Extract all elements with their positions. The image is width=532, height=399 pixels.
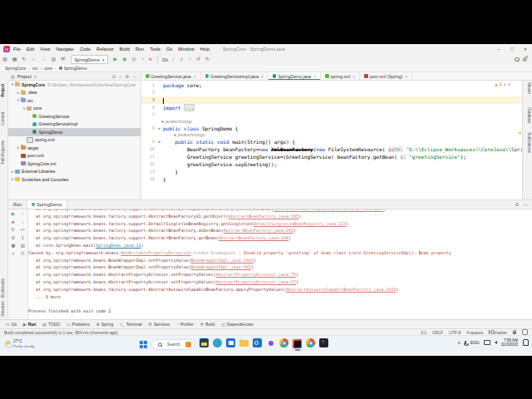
code-line[interactable]: 9▶ public static void main(String[] args… bbox=[141, 138, 522, 145]
code-line[interactable]: 13 } bbox=[141, 168, 522, 175]
stop-icon[interactable]: ■ bbox=[146, 54, 155, 65]
search-everywhere-icon[interactable] bbox=[515, 57, 519, 62]
stack-trace-link[interactable]: AbstractPropertyAccessor.java:57 bbox=[216, 279, 296, 284]
rerun-icon[interactable]: ▶ bbox=[12, 211, 15, 216]
commit-icon[interactable]: ✓ bbox=[177, 54, 186, 65]
toolwindow-terminal[interactable]: >_Terminal bbox=[120, 322, 141, 327]
stripe-tab-commit[interactable]: Commit bbox=[1, 112, 5, 126]
menu-tools[interactable]: Tools bbox=[150, 47, 160, 52]
code-line[interactable]: 8▶public class SpringDemo { bbox=[141, 125, 522, 132]
browser-icon[interactable] bbox=[305, 338, 316, 350]
notification-center-icon[interactable] bbox=[523, 339, 529, 346]
tree-row-springcore[interactable]: ▾SpringCore D:\Eclipse_Workspaces\CoreJa… bbox=[8, 81, 140, 89]
tree-row-greetingservice[interactable]: GreetingService bbox=[8, 112, 140, 121]
toolwindow-build[interactable]: ⚒Build bbox=[200, 322, 214, 327]
file-encoding[interactable]: UTF-8 bbox=[449, 330, 461, 335]
tree-row-core[interactable]: ▾core bbox=[8, 105, 140, 113]
code-line[interactable]: 14} bbox=[141, 175, 522, 183]
code-line[interactable]: 10 BeanFactory beanFactory=new XmlBeanFa… bbox=[141, 145, 522, 153]
forward-icon[interactable]: → bbox=[38, 54, 48, 65]
stack-trace-link[interactable]: AbstractBeanFactory.java:295 bbox=[229, 214, 298, 219]
code-editor[interactable]: 1 ∧ ∨ 1package core;234import ...7javate… bbox=[141, 81, 522, 200]
run-configuration-select[interactable]: SpringDemo ▾ bbox=[71, 55, 107, 64]
stripe-tab-maven[interactable]: Maven bbox=[527, 82, 531, 94]
toolwindow-run[interactable]: ▶Run bbox=[23, 322, 36, 327]
open-icon[interactable]: ▨ bbox=[0, 54, 10, 65]
keyboard-icon[interactable] bbox=[484, 340, 490, 346]
close-icon[interactable]: × bbox=[12, 251, 14, 256]
code-line[interactable]: 2 bbox=[141, 89, 522, 96]
hammer-icon[interactable]: ⚒ bbox=[58, 54, 67, 65]
collapse-all-icon[interactable]: − bbox=[119, 74, 121, 79]
menu-run[interactable]: Run bbox=[135, 47, 144, 52]
clock-widget[interactable]: 7:56 AM 11/3/2023 bbox=[501, 338, 518, 347]
menu-refactor[interactable]: Refactor bbox=[96, 47, 114, 52]
toolwindow-spring[interactable]: ❋Spring bbox=[96, 322, 113, 327]
tab-close-icon[interactable]: × bbox=[352, 74, 355, 79]
menu-window[interactable]: Window bbox=[178, 47, 195, 52]
hide-panel-icon[interactable]: — bbox=[524, 202, 529, 207]
run-tab[interactable]: SpringDemo bbox=[27, 200, 67, 209]
stripe-tab-database[interactable]: Database bbox=[527, 107, 531, 124]
vscode-icon[interactable] bbox=[318, 338, 329, 350]
tree-row--idea[interactable]: ▸.idea bbox=[8, 89, 140, 97]
tree-row-scratches-and-consoles[interactable]: ▸Scratches and Consoles bbox=[8, 175, 140, 184]
close-button[interactable]: × bbox=[519, 44, 532, 54]
stack-trace-link[interactable]: NotWritablePropertyException bbox=[121, 250, 190, 255]
save-all-icon[interactable]: ▦ bbox=[10, 54, 20, 65]
indent-setting[interactable]: 4 spaces bbox=[466, 330, 483, 335]
edge-icon[interactable] bbox=[212, 338, 223, 350]
microphone-icon[interactable] bbox=[465, 341, 466, 344]
settings-gear-icon[interactable]: ⚙ bbox=[522, 57, 527, 63]
taskbar-search[interactable]: Search bbox=[151, 339, 195, 350]
toolwindow-services[interactable]: ⚙Services bbox=[149, 322, 170, 327]
tab-close-icon[interactable]: × bbox=[313, 74, 316, 79]
language-indicator[interactable]: ENG bbox=[470, 340, 480, 345]
editor-tab-spring-xml[interactable]: spring.xml× bbox=[321, 72, 360, 80]
stop-icon[interactable]: ■ bbox=[12, 219, 14, 224]
project-panel-title[interactable]: Project bbox=[17, 74, 32, 79]
code-line[interactable]: 1package core; bbox=[141, 81, 522, 89]
profiler-icon[interactable]: ◔ bbox=[139, 54, 147, 65]
down-stack-icon[interactable]: ↓ bbox=[22, 219, 24, 224]
tab-close-icon[interactable]: × bbox=[261, 74, 264, 79]
coverage-icon[interactable]: ◎ bbox=[129, 54, 138, 65]
print-icon[interactable]: ▤ bbox=[21, 243, 25, 248]
intellij-idea-icon[interactable] bbox=[292, 338, 303, 351]
menu-git[interactable]: Git bbox=[166, 47, 172, 52]
tab-close-icon[interactable]: × bbox=[405, 74, 407, 79]
menu-build[interactable]: Build bbox=[120, 47, 130, 52]
stripe-tab-pull-requests[interactable]: Pull Requests bbox=[1, 140, 5, 164]
stripe-tab-structure[interactable]: Structure bbox=[1, 301, 5, 317]
run-icon[interactable]: ▶ bbox=[111, 54, 121, 65]
tray-chevron-icon[interactable]: ∧ bbox=[457, 340, 461, 345]
hide-panel-icon[interactable]: — bbox=[133, 74, 138, 79]
menu-help[interactable]: Help bbox=[200, 47, 209, 52]
menu-edit[interactable]: Edit bbox=[27, 47, 34, 52]
update-project-icon[interactable]: ↓ bbox=[170, 54, 177, 65]
code-line[interactable]: 11 GreetingService greetingService=(Gree… bbox=[141, 153, 522, 160]
stripe-tab-bookmarks[interactable]: Bookmarks bbox=[1, 278, 5, 298]
settings-icon[interactable]: ⚙ bbox=[11, 235, 15, 240]
create-breakpoint-hint[interactable]: Create breakpoint bbox=[191, 250, 239, 255]
module-icon[interactable]: ▥ bbox=[48, 54, 58, 65]
toolwindow-todo[interactable]: ▤TODO bbox=[42, 322, 60, 327]
breadcrumb-item-springcore[interactable]: SpringCore bbox=[5, 66, 26, 71]
chevron-down-icon[interactable]: ∨ bbox=[34, 74, 37, 79]
tab-close-icon[interactable]: × bbox=[194, 74, 196, 79]
outlook-icon[interactable] bbox=[252, 338, 263, 350]
scroll-end-icon[interactable]: ↧ bbox=[21, 235, 25, 240]
stack-trace-link[interactable]: AbstractBeanFactory.java:194 bbox=[219, 235, 288, 240]
toolwindow-git[interactable]: ⌥Git bbox=[5, 322, 17, 327]
stack-trace-link[interactable]: AbstractBeanFactory.java:292 bbox=[224, 228, 293, 233]
tree-row-external-libraries[interactable]: ▸External Libraries bbox=[8, 168, 140, 176]
tree-row-springcore-iml[interactable]: SpringCore.iml bbox=[8, 160, 140, 168]
soft-wrap-icon[interactable]: ↩ bbox=[21, 227, 25, 232]
tree-row-springdemo[interactable]: SpringDemo bbox=[8, 128, 140, 136]
breadcrumb-item-core[interactable]: core bbox=[44, 66, 52, 71]
menu-navigate[interactable]: Navigate bbox=[56, 47, 74, 52]
tree-row-pom-xml[interactable]: pom.xml bbox=[8, 152, 140, 160]
back-icon[interactable]: ← bbox=[28, 54, 38, 65]
stack-trace-link[interactable]: BeanWrapperImpl.java:1042 bbox=[191, 258, 254, 263]
sync-icon[interactable]: ↻ bbox=[19, 54, 28, 65]
